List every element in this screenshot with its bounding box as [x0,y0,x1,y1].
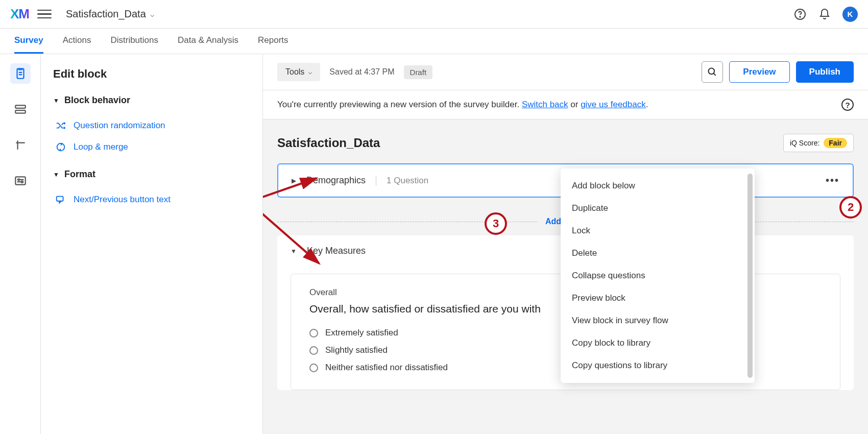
notifications-icon[interactable] [818,8,831,21]
sidebar-title: Edit block [53,67,250,81]
help-icon[interactable] [793,8,807,21]
draft-badge: Draft [404,65,433,79]
tab-survey[interactable]: Survey [14,29,43,54]
main-tabs: Survey Actions Distributions Data & Anal… [0,29,868,54]
logo[interactable]: XM [10,6,29,22]
svg-point-8 [57,143,65,151]
rail-options-icon[interactable] [10,171,31,191]
tab-data-analysis[interactable]: Data & Analysis [178,29,238,54]
tab-actions[interactable]: Actions [63,29,91,54]
annotation-marker-2: 2 [839,196,862,219]
section-format[interactable]: ▼ Format [53,169,250,180]
menu-delete[interactable]: Delete [561,242,755,264]
svg-point-6 [18,179,19,180]
chevron-down-icon: ⌵ [308,68,312,76]
menu-view-in-flow[interactable]: View block in survey flow [561,309,755,332]
link-loop-merge[interactable]: Loop & merge [53,136,250,158]
rail-look-feel-icon[interactable] [10,135,31,155]
menu-collapse-questions[interactable]: Collapse questions [561,264,755,287]
search-button[interactable] [702,61,723,83]
project-name-label: Satisfaction_Data [66,8,146,20]
question-count: 1 Question [376,176,428,186]
block-options-button[interactable]: ••• [826,175,839,186]
menu-duplicate[interactable]: Duplicate [561,197,755,220]
section-block-behavior[interactable]: ▼ Block behavior [53,95,250,106]
tools-dropdown[interactable]: Tools ⌵ [277,63,320,81]
link-question-randomization[interactable]: Question randomization [53,115,250,136]
svg-point-7 [21,181,22,183]
caret-down-icon: ▼ [53,171,59,178]
tab-distributions[interactable]: Distributions [110,29,158,54]
svg-rect-5 [15,177,26,184]
left-rail [0,54,41,434]
iq-score-badge[interactable]: iQ Score: Fair [783,134,854,152]
switch-back-link[interactable]: Switch back [522,100,568,109]
tab-reports[interactable]: Reports [258,29,288,54]
annotation-marker-3: 3 [485,212,507,235]
radio-icon [309,329,318,337]
preview-banner: You're currently previewing a new versio… [263,90,868,119]
menu-preview-block[interactable]: Preview block [561,287,755,309]
block-name-label: Key Measures [307,246,366,256]
radio-icon [309,346,318,355]
radio-icon [309,364,318,372]
edit-sidebar: Edit block ▼ Block behavior Question ran… [41,54,263,434]
menu-copy-block-library[interactable]: Copy block to library [561,332,755,354]
svg-rect-9 [57,197,63,201]
svg-rect-4 [15,110,26,113]
scrollbar[interactable] [748,174,753,378]
survey-title: Satisfaction_Data [277,136,380,150]
give-feedback-link[interactable]: give us feedback [581,100,646,109]
rail-flow-icon[interactable] [10,99,31,119]
collapse-toggle-icon[interactable]: ▶ [292,177,296,184]
svg-point-10 [709,68,715,75]
menu-add-block-below[interactable]: Add block below [561,175,755,197]
svg-point-1 [800,16,801,17]
caret-down-icon: ▼ [53,97,59,104]
block-context-menu: Add block below Duplicate Lock Delete Co… [561,168,755,383]
project-selector[interactable]: Satisfaction_Data ⌵ [66,8,154,20]
svg-rect-3 [15,105,26,108]
link-next-previous-button-text[interactable]: Next/Previous button text [53,189,250,210]
block-name-label: Demographics [306,175,366,186]
builder-toolbar: Tools ⌵ Saved at 4:37 PM Draft Preview P… [263,54,868,90]
info-icon[interactable]: ? [841,99,854,111]
preview-button[interactable]: Preview [729,61,789,83]
chevron-down-icon: ⌵ [150,10,154,18]
saved-status: Saved at 4:37 PM [329,67,394,77]
publish-button[interactable]: Publish [796,61,854,83]
top-bar: XM Satisfaction_Data ⌵ K [0,0,868,29]
menu-lock[interactable]: Lock [561,220,755,242]
menu-icon[interactable] [37,7,52,21]
banner-text: You're currently previewing a new versio… [277,100,648,110]
collapse-toggle-icon[interactable]: ▼ [291,248,297,255]
rail-builder-icon[interactable] [10,63,31,84]
menu-copy-questions-library[interactable]: Copy questions to library [561,354,755,377]
user-avatar[interactable]: K [842,7,858,22]
main-canvas: Tools ⌵ Saved at 4:37 PM Draft Preview P… [263,54,868,434]
